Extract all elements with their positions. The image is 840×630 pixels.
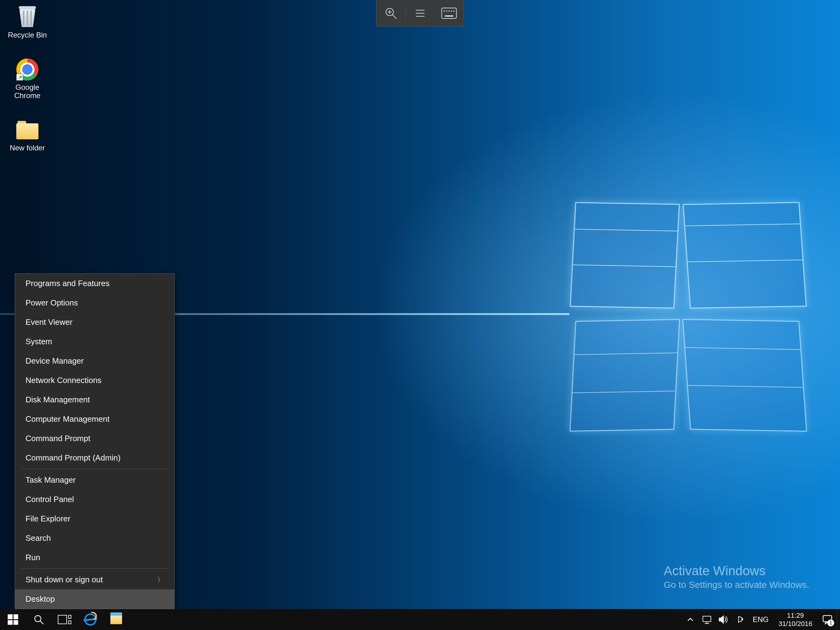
svg-point-20: [742, 619, 743, 620]
winx-item-device-manager[interactable]: Device Manager: [15, 351, 174, 371]
desktop-icon-recycle-bin[interactable]: Recycle Bin: [4, 4, 51, 41]
taskbar: ENG 11:29 31/10/2016 1: [0, 609, 840, 630]
windows-logo-icon: [8, 614, 18, 625]
menu-item-label: System: [25, 337, 52, 347]
winx-item-run[interactable]: Run: [15, 548, 174, 567]
desktop-icon-label: Recycle Bin: [8, 31, 47, 40]
winx-item-network-connections[interactable]: Network Connections: [15, 371, 174, 390]
winx-item-system[interactable]: System: [15, 332, 174, 351]
menu-item-label: Event Viewer: [25, 317, 73, 327]
taskbar-spacer: [129, 609, 682, 630]
winx-item-command-prompt[interactable]: Command Prompt: [15, 429, 174, 448]
menu-item-label: File Explorer: [25, 514, 70, 524]
folder-icon: [16, 119, 38, 141]
search-icon: [33, 614, 44, 625]
menu-item-label: Computer Management: [25, 414, 109, 424]
keyboard-button[interactable]: [435, 0, 464, 26]
tray-connected-devices-button[interactable]: [732, 609, 748, 630]
winx-item-task-manager[interactable]: Task Manager: [15, 470, 174, 490]
svg-marker-19: [719, 616, 723, 623]
clock-time: 11:29: [787, 611, 804, 620]
winx-item-search[interactable]: Search: [15, 529, 174, 548]
watermark-title: Activate Windows: [663, 564, 809, 578]
taskbar-app-file-explorer[interactable]: [103, 609, 129, 630]
task-view-icon: [58, 615, 71, 624]
task-view-button[interactable]: [52, 609, 77, 630]
tray-volume-button[interactable]: [715, 609, 732, 630]
chrome-icon: ↗: [16, 59, 38, 81]
winx-item-shutdown-signout[interactable]: Shut down or sign out 〉: [15, 570, 174, 589]
winx-item-programs-and-features[interactable]: Programs and Features: [15, 274, 174, 293]
show-desktop-button[interactable]: [837, 609, 840, 630]
network-icon: [702, 615, 712, 624]
winx-item-event-viewer[interactable]: Event Viewer: [15, 313, 174, 332]
menu-item-label: Power Options: [25, 298, 78, 308]
action-center-button[interactable]: 1: [818, 609, 837, 630]
desktop-icon-google-chrome[interactable]: ↗ Google Chrome: [4, 57, 51, 102]
hamburger-icon: [414, 6, 427, 20]
desktop[interactable]: Recycle Bin ↗ Google Chrome New folder: [0, 0, 840, 630]
taskbar-search-button[interactable]: [26, 609, 52, 630]
winx-item-computer-management[interactable]: Computer Management: [15, 410, 174, 429]
taskbar-app-internet-explorer[interactable]: [77, 609, 103, 630]
menu-item-label: Disk Management: [25, 395, 90, 405]
svg-rect-7: [442, 8, 456, 19]
keyboard-icon: [441, 7, 457, 19]
speaker-icon: [718, 615, 728, 624]
menu-item-label: Run: [25, 553, 40, 562]
recycle-bin-icon: [16, 6, 38, 28]
zoom-in-icon: [384, 6, 398, 20]
winx-menu: Programs and Features Power Options Even…: [15, 274, 175, 609]
activation-watermark: Activate Windows Go to Settings to activ…: [663, 564, 809, 590]
chevron-up-icon: [687, 616, 694, 623]
winx-item-command-prompt-admin[interactable]: Command Prompt (Admin): [15, 448, 174, 468]
tray-overflow-button[interactable]: [682, 609, 699, 630]
language-code-label: ENG: [753, 615, 769, 624]
svg-rect-16: [703, 616, 711, 622]
winx-item-power-options[interactable]: Power Options: [15, 293, 174, 313]
tray-network-button[interactable]: [699, 609, 715, 630]
menu-item-label: Programs and Features: [25, 279, 109, 288]
watermark-subtitle: Go to Settings to activate Windows.: [663, 579, 809, 590]
connected-devices-icon: [736, 615, 745, 624]
taskbar-left: [0, 609, 129, 630]
file-explorer-icon: [111, 615, 122, 624]
start-button[interactable]: [0, 609, 26, 630]
menu-item-label: Command Prompt: [25, 434, 90, 443]
winx-item-file-explorer[interactable]: File Explorer: [15, 509, 174, 529]
tray-clock[interactable]: 11:29 31/10/2016: [773, 609, 818, 630]
svg-line-15: [40, 621, 43, 624]
menu-item-label: Task Manager: [25, 475, 76, 485]
menu-separator: [21, 469, 168, 469]
menu-item-label: Desktop: [25, 594, 55, 604]
menu-item-label: Command Prompt (Admin): [25, 453, 120, 463]
chevron-right-icon: 〉: [157, 575, 164, 584]
menu-item-label: Search: [25, 533, 51, 543]
clock-date: 31/10/2016: [778, 619, 812, 628]
system-tray: ENG 11:29 31/10/2016 1: [682, 609, 840, 630]
notification-badge: 1: [827, 619, 834, 626]
internet-explorer-icon: [84, 613, 96, 626]
winx-item-desktop[interactable]: Desktop: [15, 589, 174, 609]
desktop-icon-label: Google Chrome: [14, 83, 40, 100]
menu-button[interactable]: [406, 0, 435, 26]
menu-item-label: Network Connections: [25, 375, 101, 385]
winx-item-control-panel[interactable]: Control Panel: [15, 490, 174, 509]
tray-language-indicator[interactable]: ENG: [748, 609, 773, 630]
svg-line-1: [393, 15, 396, 19]
desktop-icon-label: New folder: [10, 144, 45, 152]
winx-item-disk-management[interactable]: Disk Management: [15, 390, 174, 410]
desktop-icons: Recycle Bin ↗ Google Chrome New folder: [4, 4, 51, 169]
connection-bar: [376, 0, 464, 27]
menu-item-label: Device Manager: [25, 356, 84, 366]
zoom-button[interactable]: [377, 0, 406, 26]
menu-item-label: Shut down or sign out: [25, 575, 103, 584]
wallpaper-windows-logo: [569, 200, 815, 446]
menu-item-label: Control Panel: [25, 495, 74, 504]
notification-icon: 1: [822, 614, 833, 625]
menu-separator: [21, 568, 168, 569]
svg-point-14: [35, 616, 41, 622]
shortcut-overlay-icon: ↗: [16, 74, 23, 81]
desktop-icon-new-folder[interactable]: New folder: [4, 117, 51, 154]
